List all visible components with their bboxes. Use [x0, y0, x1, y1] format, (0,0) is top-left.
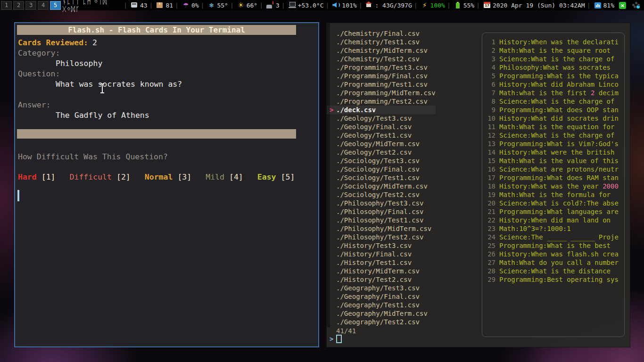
preview-line: 19 Math:What is the formula for [487, 190, 624, 199]
preview-line: 9 Programming:What does OOP stan [487, 106, 624, 114]
file-name: ./Chemistry/Test2.csv [336, 55, 420, 63]
file-row[interactable]: ./Sociology/Test3.csv [327, 156, 436, 165]
preview-text: Science:The _____ ______ Proje [499, 233, 619, 241]
file-row[interactable]: ./Sociology/Test1.csv [327, 173, 436, 182]
preview-text: History:What did Abraham Linco [499, 80, 619, 89]
difficulty-option[interactable]: Difficult[2] [70, 172, 131, 182]
status-module[interactable]: | : 43G/397G [359, 1, 412, 9]
separator: | [587, 2, 591, 9]
file-name: ./Geography/Test2.csv [336, 318, 420, 326]
status-module[interactable]: | +53.0°C [281, 1, 324, 9]
difficulty-option[interactable]: Normal[3] [145, 172, 191, 182]
preview-line: 15 Math:What is the value of this [487, 156, 624, 165]
preview-line: 4 Philosophy:What was socrates [487, 63, 624, 72]
file-row[interactable]: ./Geology/Test1.csv [327, 131, 436, 140]
file-row[interactable]: ./History/Final.csv [327, 250, 436, 258]
file-name: ./Programming/Test3.csv [336, 63, 428, 72]
pointer-icon [330, 199, 336, 207]
preview-text: History:What was the year 2000 [499, 182, 619, 190]
file-name: ./History/MidTerm.csv [336, 267, 420, 275]
file-row[interactable]: ./Programming/Test1.csv [327, 80, 436, 89]
file-row[interactable]: ./Sociology/Test2.csv [327, 190, 436, 199]
file-row[interactable]: ./Geology/Test3.csv [327, 114, 436, 123]
file-row[interactable]: ./Programming/Test2.csv [327, 97, 436, 106]
file-list: ./Chemistry/Final.csv ./Chemistry/Test1.… [327, 29, 436, 326]
workspace-button[interactable]: 4 [38, 1, 49, 10]
file-name: ./Sociology/Final.csv [336, 165, 420, 173]
pointer-icon [330, 173, 336, 182]
file-row[interactable]: ./Philosophy/Test1.csv [327, 216, 436, 224]
search-prompt[interactable]: > [330, 335, 342, 343]
file-row[interactable]: ./Programming/MidTerm.csv [327, 89, 436, 97]
file-row[interactable]: ./Philosophy/MidTerm.csv [327, 224, 436, 233]
pointer-icon [330, 63, 336, 72]
difficulty-prompt: How Difficult Was This Question? [18, 152, 318, 162]
separator: | [201, 2, 205, 9]
workspace-button[interactable]: 3 [25, 1, 36, 10]
preview-text: Math:What is the value of this [499, 156, 619, 165]
preview-line: 29 Programming:Best operating sys [487, 275, 624, 284]
status-module[interactable]: | 55° [201, 1, 228, 9]
file-row[interactable]: ./Geography/Test2.csv [327, 318, 436, 326]
file-name: ./Sociology/Test2.csv [336, 190, 420, 199]
file-row[interactable]: ./Sociology/Final.csv [327, 165, 436, 173]
file-row[interactable]: ./deck.csv [327, 106, 436, 114]
file-row[interactable]: ./Geography/Test3.csv [327, 284, 436, 292]
status-module[interactable]: | 0% [175, 1, 198, 9]
preview-text: Programming:What does OOP stan [499, 106, 619, 114]
file-name: ./Geography/Test1.csv [336, 301, 420, 309]
dots-tray-icon[interactable] [632, 1, 639, 9]
file-row[interactable]: ./Philosophy/Final.csv [327, 207, 436, 216]
file-row[interactable]: ./Geography/Test1.csv [327, 301, 436, 309]
file-row[interactable]: ./Philosophy/Test2.csv [327, 233, 436, 241]
difficulty-option[interactable]: Easy[5] [257, 172, 295, 182]
file-row[interactable]: ./Sociology/MidTerm.csv [327, 182, 436, 190]
status-module[interactable]: | 81% [587, 1, 614, 9]
file-row[interactable]: ./Geography/Final.csv [327, 292, 436, 301]
flash-window: Flash.sh - Flash Cards In Your Terminal … [14, 22, 319, 347]
file-row[interactable]: ./History/Test3.csv [327, 241, 436, 250]
pointer-icon [330, 216, 336, 224]
file-row[interactable]: ./Geology/Test2.csv [327, 148, 436, 156]
home-icon [365, 1, 373, 9]
workspace-button[interactable]: 2 [13, 1, 24, 10]
preview-text: History:What were the british [499, 148, 614, 156]
file-name: ./Sociology/Test1.csv [336, 173, 420, 182]
file-row[interactable]: ./Philosophy/Test3.csv [327, 199, 436, 207]
status-module[interactable]: | 101% [325, 1, 356, 9]
status-module[interactable]: | 2020 Apr 19 (Sun) 03:42AM [476, 1, 585, 9]
status-module[interactable]: | 3 [259, 1, 280, 9]
difficulty-option[interactable]: Hard[1] [18, 172, 56, 182]
status-module[interactable]: | 55% [447, 1, 474, 9]
green-x-tray-icon[interactable] [619, 2, 626, 9]
preview-line: 10 History:What did socrates drin [487, 114, 624, 123]
preview-text: Math:What is the equation for [499, 123, 614, 131]
pointer-icon [330, 123, 336, 131]
file-name: ./Philosophy/Test3.csv [336, 199, 423, 207]
file-row[interactable]: ./History/Test1.csv [327, 258, 436, 267]
file-row[interactable]: ./Geology/Final.csv [327, 123, 436, 131]
preview-line: 8 Science:What is the charge of [487, 97, 624, 106]
file-row[interactable]: ./History/MidTerm.csv [327, 267, 436, 275]
status-module[interactable]: | 81 [149, 1, 173, 9]
file-row[interactable]: ./Programming/Final.csv [327, 72, 436, 80]
preview-text: Programming:What is the typica [499, 72, 619, 80]
file-row[interactable]: ./Chemistry/Test2.csv [327, 55, 436, 63]
file-row[interactable]: ./Chemistry/MidTerm.csv [327, 46, 436, 55]
preview-line: 3 Science:What is the charge of [487, 55, 624, 63]
status-module[interactable]: | 43 [124, 1, 147, 9]
line-number: 6 [487, 80, 495, 89]
workspace-button[interactable]: 1 [1, 1, 12, 10]
workspace-button[interactable]: 5 [50, 1, 61, 10]
status-module[interactable]: | 66° [230, 1, 257, 9]
file-row[interactable]: ./Geography/MidTerm.csv [327, 309, 436, 318]
file-row[interactable]: ./History/Test2.csv [327, 275, 436, 284]
pointer-icon [330, 46, 336, 55]
file-row[interactable]: ./Chemistry/Test1.csv [327, 38, 436, 46]
difficulty-option[interactable]: Mild[4] [206, 172, 243, 182]
file-row[interactable]: ./Geology/MidTerm.csv [327, 140, 436, 148]
status-module[interactable]: | 100% [414, 1, 445, 9]
file-row[interactable]: ./Programming/Test3.csv [327, 63, 436, 72]
line-number: 21 [487, 207, 495, 216]
file-row[interactable]: ./Chemistry/Final.csv [327, 29, 436, 38]
